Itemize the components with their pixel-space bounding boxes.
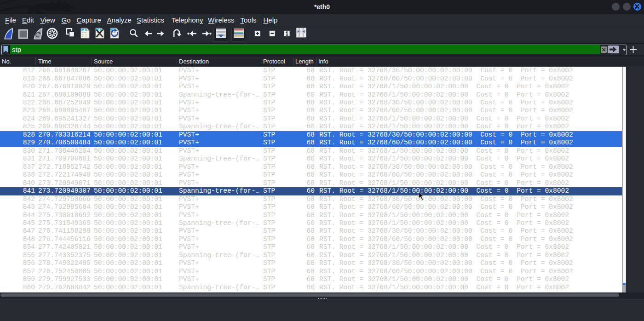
svg-text:0111: 0111 — [82, 35, 87, 38]
